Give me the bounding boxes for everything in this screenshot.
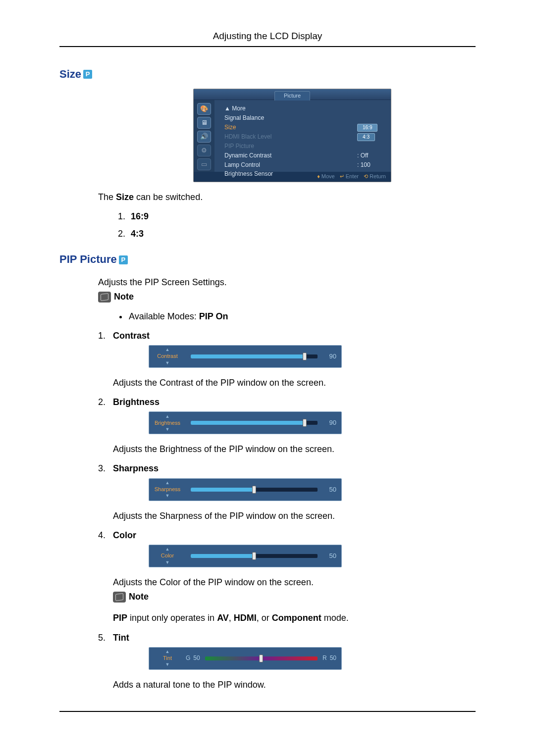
slider-brightness-thumb[interactable]	[303, 419, 307, 427]
osd-titlebar: Picture	[194, 89, 391, 100]
slider-sharpness: ▲ Sharpness ▼ 50	[149, 478, 342, 501]
slider-brightness-value: 90	[322, 418, 336, 427]
pip-item-contrast-header: 1. Contrast	[98, 330, 476, 342]
pip-item-brightness-header: 2. Brightness	[98, 396, 476, 408]
tint-r-value: 50	[330, 654, 336, 662]
section-title-size: Size P	[59, 67, 476, 82]
sharpness-desc: Adjusts the Sharpness of the PIP window …	[113, 510, 476, 522]
tint-g-label: G	[186, 654, 190, 662]
multi-icon: ▭	[197, 158, 211, 170]
note-label: Note	[114, 291, 134, 303]
slider-color-track[interactable]	[191, 554, 318, 558]
down-arrow-icon: ▼	[165, 494, 170, 498]
note-label: Note	[129, 591, 149, 603]
osd-row-dyn-contrast: Dynamic Contrast	[224, 151, 294, 160]
osd-row-size: Size	[224, 123, 294, 132]
osd-row-signal-balance: Signal Balance	[224, 114, 294, 122]
osd-size-pill-4-3: 4:3	[357, 133, 375, 141]
up-arrow-icon: ▲	[165, 547, 170, 552]
size-options-list: 16:9 4:3	[128, 210, 476, 240]
note-icon	[98, 292, 111, 302]
footer-rule	[59, 711, 476, 712]
size-option-4-3: 4:3	[131, 229, 144, 239]
up-arrow-icon: ▲	[165, 650, 170, 654]
osd-row-pip-picture: PIP Picture	[224, 142, 294, 151]
note-block-color: Note	[113, 591, 476, 603]
up-arrow-icon: ▲	[165, 414, 170, 419]
p-icon: P	[83, 70, 92, 79]
slider-color-label: Color	[161, 552, 174, 559]
slider-tint-label: Tint	[163, 655, 172, 662]
p-icon: P	[119, 255, 128, 264]
pip-mode-item: Available Modes: PIP On	[128, 310, 476, 323]
size-option-16-9: 16:9	[131, 211, 149, 221]
slider-sharpness-thumb[interactable]	[252, 486, 256, 494]
osd-dyn-contrast-val: : Off	[357, 151, 387, 160]
slider-brightness-label: Brightness	[155, 419, 180, 427]
page-title: Adjusting the LCD Display	[59, 30, 476, 47]
note-icon	[113, 592, 126, 603]
brightness-desc: Adjusts the Brightness of the PIP window…	[113, 443, 476, 455]
color-palette-icon: 🎨	[197, 103, 211, 115]
slider-contrast-track[interactable]	[191, 354, 318, 358]
slider-contrast-thumb[interactable]	[303, 353, 307, 360]
tint-g-value: 50	[193, 654, 200, 662]
osd-row-hdmi-black: HDMI Black Level	[224, 133, 294, 141]
down-arrow-icon: ▼	[165, 662, 170, 667]
pip-modes-list: Available Modes: PIP On	[128, 310, 476, 323]
pip-intro: Adjusts the PIP Screen Settings.	[98, 276, 476, 289]
slider-brightness-track[interactable]	[191, 421, 318, 425]
osd-row-more: ▲ More	[224, 104, 294, 113]
slider-brightness: ▲ Brightness ▼ 90	[149, 411, 342, 434]
color-note-text: PIP input only operates in AV, HDMI, or …	[113, 612, 476, 624]
slider-contrast: ▲ Contrast ▼ 90	[149, 345, 342, 368]
osd-screenshot-size: Picture 🎨 🖥 🔊 ⚙ ▭ ▲ More Signal Balance …	[193, 89, 391, 182]
slider-color: ▲ Color ▼ 50	[149, 545, 342, 567]
up-arrow-icon: ▲	[165, 481, 170, 485]
gear-icon: ⚙	[197, 145, 211, 156]
display-icon: 🖥	[197, 117, 211, 129]
slider-sharpness-label: Sharpness	[155, 486, 181, 493]
slider-sharpness-value: 50	[322, 485, 336, 494]
down-arrow-icon: ▼	[165, 560, 170, 565]
note-block: Note	[98, 291, 476, 303]
pip-item-sharpness-header: 3. Sharpness	[98, 462, 476, 475]
slider-contrast-value: 90	[322, 352, 336, 361]
section-title-pip: PIP Picture P	[59, 252, 476, 267]
slider-tint-track[interactable]	[205, 656, 318, 660]
osd-tab-picture: Picture	[274, 91, 310, 100]
osd-menu-list: ▲ More Signal Balance Size 16:9 HDMI Bla…	[214, 100, 391, 172]
down-arrow-icon: ▼	[165, 427, 170, 432]
slider-tint-thumb[interactable]	[259, 655, 263, 662]
contrast-desc: Adjusts the Contrast of the PIP window o…	[113, 377, 476, 389]
pip-title-text: PIP Picture	[59, 252, 117, 267]
slider-sharpness-track[interactable]	[191, 488, 318, 492]
pip-item-tint-header: 5. Tint	[98, 632, 476, 644]
up-arrow-icon: ▲	[165, 348, 170, 352]
slider-color-thumb[interactable]	[252, 552, 256, 560]
osd-size-pill-16-9: 16:9	[357, 124, 377, 132]
size-title-text: Size	[59, 67, 81, 82]
osd-lamp-val: : 100	[357, 161, 387, 169]
down-arrow-icon: ▼	[165, 361, 170, 365]
slider-color-value: 50	[322, 552, 336, 560]
sound-icon: 🔊	[197, 131, 211, 143]
tint-r-label: R	[322, 654, 327, 662]
pip-item-color-header: 4. Color	[98, 529, 476, 542]
slider-tint: ▲ Tint ▼ G 50 R 50	[149, 647, 342, 670]
tint-desc: Adds a natural tone to the PIP window.	[113, 679, 476, 691]
slider-contrast-label: Contrast	[157, 353, 178, 360]
osd-row-brightness-sensor: Brightness Sensor	[224, 170, 294, 178]
color-desc: Adjusts the Color of the PIP window on t…	[113, 576, 476, 589]
size-intro: The Size can be switched.	[98, 191, 476, 203]
osd-row-lamp: Lamp Control	[224, 161, 294, 169]
osd-icon-column: 🎨 🖥 🔊 ⚙ ▭	[194, 100, 214, 172]
